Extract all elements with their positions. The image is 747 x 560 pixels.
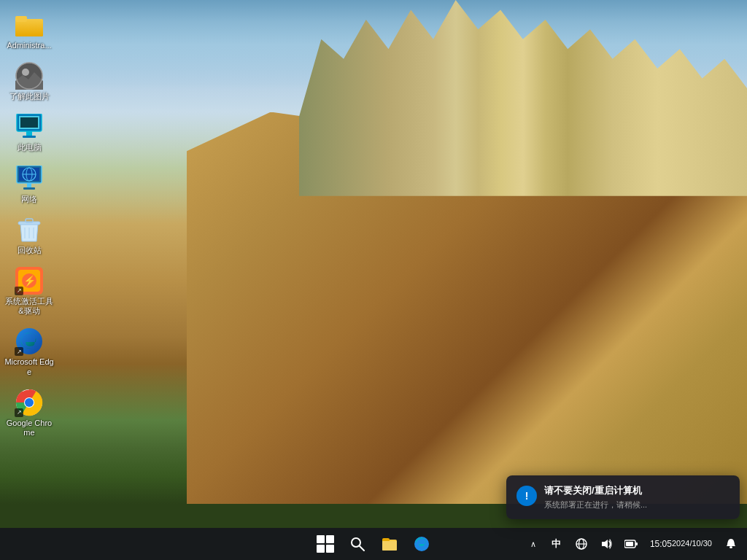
network-icon (15, 164, 44, 193)
svg-text:⚡: ⚡ (23, 275, 36, 287)
edge-label: Microsoft Edge (4, 357, 54, 376)
svg-rect-37 (382, 541, 397, 551)
svg-rect-20 (26, 219, 33, 222)
desktop-icon-this-pc[interactable]: 此电脑 (1, 109, 57, 155)
svg-point-32 (25, 398, 34, 407)
chrome-icon: ↗ (15, 388, 44, 417)
svg-rect-11 (20, 117, 38, 128)
clock-display[interactable]: 15:05 2024/10/30 (646, 529, 716, 559)
desktop-icon-microsoft-edge[interactable]: ↗ Microsoft Edge (1, 324, 57, 379)
current-time: 15:05 (650, 538, 672, 551)
notification-button[interactable] (721, 529, 741, 559)
recycle-icon (15, 215, 44, 244)
search-button[interactable] (343, 529, 372, 559)
battery-button[interactable] (621, 529, 641, 559)
svg-rect-9 (23, 136, 36, 138)
activation-tool-label: 系统激活工具&驱动 (4, 297, 54, 316)
search-icon (350, 537, 365, 551)
edge-icon: ↗ (15, 327, 44, 356)
tool-icon: ⚡ ↗ (15, 266, 44, 295)
desktop-icon-google-chrome[interactable]: ↗ Google Chrome (1, 385, 57, 440)
desktop-icon-network[interactable]: 网络 (1, 161, 57, 207)
windows-logo (317, 535, 334, 553)
toast-content: 请不要关闭/重启计算机 系统部署正在进行，请稍候... (544, 484, 729, 510)
ime-button[interactable]: 中 (546, 529, 567, 559)
svg-rect-45 (729, 546, 732, 548)
taskbar-right: ∧ 中 (525, 529, 741, 559)
volume-icon (600, 538, 612, 550)
svg-point-4 (22, 69, 29, 76)
administrator-label: Administra... (7, 41, 51, 50)
this-pc-label: 此电脑 (18, 143, 42, 152)
taskbar-center (311, 529, 436, 559)
svg-rect-2 (15, 16, 27, 22)
notification-bell-icon (725, 538, 737, 550)
current-date: 2024/10/30 (672, 538, 712, 549)
shortcut-arrow: ↗ (15, 287, 23, 295)
file-explorer-button[interactable] (375, 529, 404, 559)
this-pc-icon (15, 112, 44, 141)
chevron-icon: ∧ (530, 540, 536, 549)
folder-icon (15, 10, 44, 39)
toast-title: 请不要关闭/重启计算机 (544, 484, 729, 497)
volume-button[interactable] (596, 529, 616, 559)
svg-point-33 (352, 538, 360, 547)
desktop: Administra... 了解此图片 (0, 0, 747, 560)
edge-taskbar-icon (414, 536, 430, 552)
chrome-arrow: ↗ (15, 408, 23, 417)
chrome-label: Google Chrome (4, 419, 54, 438)
desktop-icon-administrator[interactable]: Administra... (1, 7, 57, 53)
svg-rect-44 (635, 542, 638, 545)
svg-rect-17 (27, 183, 31, 187)
network-tray-icon (576, 538, 587, 550)
notification-toast: ! 请不要关闭/重启计算机 系统部署正在进行，请稍候... (506, 475, 740, 519)
recycle-label: 回收站 (18, 246, 42, 255)
desktop-icon-recycle[interactable]: 回收站 (1, 212, 57, 258)
edge-taskbar-button[interactable] (407, 529, 436, 559)
desktop-icons-area: Administra... 了解此图片 (0, 0, 58, 560)
learn-photo-label: 了解此图片 (9, 92, 50, 101)
taskbar: ∧ 中 (0, 528, 747, 560)
svg-line-34 (360, 546, 364, 551)
network-label: 网络 (21, 195, 37, 204)
toast-icon: ! (516, 486, 537, 506)
desktop-icon-learn-photo[interactable]: 了解此图片 (1, 58, 57, 104)
network-tray-button[interactable] (571, 529, 592, 559)
show-hidden-icons-button[interactable]: ∧ (525, 529, 542, 559)
ime-label: 中 (551, 537, 561, 551)
svg-rect-8 (26, 131, 32, 136)
svg-rect-43 (626, 542, 633, 546)
file-explorer-icon (382, 536, 398, 552)
edge-arrow: ↗ (15, 347, 23, 356)
battery-icon (624, 538, 638, 550)
photo-icon (15, 61, 44, 90)
svg-rect-18 (23, 187, 35, 190)
toast-body: 系统部署正在进行，请稍候... (544, 499, 729, 510)
desktop-icon-activation-tool[interactable]: ⚡ ↗ 系统激活工具&驱动 (1, 263, 57, 319)
start-button[interactable] (311, 529, 340, 559)
